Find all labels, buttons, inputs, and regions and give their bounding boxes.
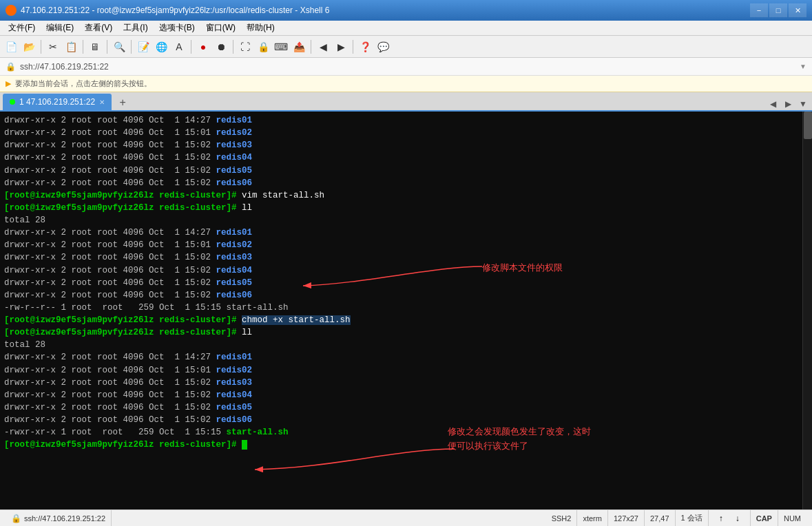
tab-session-1[interactable]: 1 47.106.219.251:22 ✕ — [3, 94, 112, 110]
terminal-line: drwxr-xr-x 2 root root 4096 Oct 1 15:01 … — [4, 364, 808, 377]
info-bar: ▶ 要添加当前会话，点击左侧的箭头按钮。 — [0, 76, 812, 92]
tab-bar: 1 47.106.219.251:22 ✕ + ◀ ▶ ▼ — [0, 92, 812, 112]
menu-help[interactable]: 帮助(H) — [241, 21, 280, 35]
status-cap-indicator: CAP — [751, 510, 778, 526]
terminal-line: [root@izwz9ef5sjam9pvfyiz26lz redis-clus… — [4, 326, 808, 339]
menu-bar: 文件(F) 编辑(E) 查看(V) 工具(I) 选项卡(B) 窗口(W) 帮助(… — [0, 21, 812, 36]
terminal-line: [root@izwz9ef5sjam9pvfyiz26lz redis-clus… — [4, 202, 808, 214]
tb-keyboard[interactable]: ⌨ — [273, 39, 289, 55]
terminal-line: drwxr-xr-x 2 root root 4096 Oct 1 14:27 … — [4, 227, 808, 239]
terminal-line: [root@izwz9ef5sjam9pvfyiz26lz redis-clus… — [4, 189, 808, 202]
terminal-line: [root@izwz9ef5sjam9pvfyiz26lz redis-clus… — [4, 314, 808, 326]
ssh-icon: 🔒 — [11, 514, 21, 523]
terminal-line: total 28 — [4, 339, 808, 351]
dimensions-text: 127x27 — [614, 514, 638, 523]
status-dimensions: 127x27 — [608, 510, 645, 526]
tb-compose[interactable]: 📝 — [135, 39, 152, 55]
protocol-text: SSH2 — [552, 514, 572, 523]
status-up-arrow[interactable]: ↑ — [714, 511, 728, 526]
menu-tab[interactable]: 选项卡(B) — [154, 21, 200, 35]
status-arrows: ↑ ↓ — [709, 510, 751, 526]
toolbar: 📄 📂 ✂ 📋 🖥 🔍 📝 🌐 A ● ⏺ ⛶ 🔒 ⌨ 📤 ◀ ▶ ❓ 💬 — [0, 36, 812, 58]
terminal-line: drwxr-xr-x 2 root root 4096 Oct 1 15:02 … — [4, 165, 808, 177]
address-bar: 🔒 ssh://47.106.219.251:22 ▼ — [0, 58, 812, 76]
terminal-line: drwxr-xr-x 2 root root 4096 Oct 1 15:01 … — [4, 239, 808, 251]
maximize-button[interactable]: □ — [769, 3, 787, 17]
terminal-line: drwxr-xr-x 2 root root 4096 Oct 1 15:02 … — [4, 251, 808, 264]
info-icon: ▶ — [6, 79, 11, 88]
lock-icon: 🔒 — [6, 62, 16, 72]
terminal-line: drwxr-xr-x 2 root root 4096 Oct 1 15:02 … — [4, 277, 808, 289]
window-title: 47.106.219.251:22 - root@izwz9ef5sjam9pv… — [21, 6, 750, 15]
terminal-line: [root@izwz9ef5sjam9pvfyiz26lz redis-clus… — [4, 439, 808, 451]
status-down-arrow[interactable]: ↓ — [731, 511, 745, 526]
sessions-text: 1 会话 — [681, 513, 702, 523]
terminal[interactable]: drwxr-xr-x 2 root root 4096 Oct 1 14:27 … — [0, 112, 812, 509]
title-bar: 47.106.219.251:22 - root@izwz9ef5sjam9pv… — [0, 0, 812, 21]
terminal-line: drwxr-xr-x 2 root root 4096 Oct 1 15:02 … — [4, 414, 808, 426]
position-text: 27,47 — [650, 514, 669, 523]
menu-file[interactable]: 文件(F) — [3, 21, 41, 35]
tb-cut[interactable]: ✂ — [45, 39, 61, 55]
status-bar: 🔒 ssh://47.106.219.251:22 SSH2 xterm 127… — [0, 509, 812, 526]
status-sessions: 1 会话 — [676, 510, 709, 526]
cap-text: CAP — [756, 514, 772, 523]
status-ssh-info: 🔒 ssh://47.106.219.251:22 — [6, 510, 112, 526]
terminal-line: drwxr-xr-x 2 root root 4096 Oct 1 15:02 … — [4, 401, 808, 414]
scroll-thumb[interactable] — [804, 112, 812, 139]
terminal-line: drwxr-xr-x 2 root root 4096 Oct 1 14:27 … — [4, 114, 808, 127]
tab-status-dot — [10, 99, 15, 105]
terminal-line: drwxr-xr-x 2 root root 4096 Oct 1 15:02 … — [4, 389, 808, 401]
status-position: 27,47 — [645, 510, 676, 526]
menu-edit[interactable]: 编辑(E) — [41, 21, 79, 35]
tab-label: 1 47.106.219.251:22 — [19, 97, 95, 107]
tb-new-session[interactable]: 📄 — [3, 39, 19, 55]
tb-font[interactable]: A — [171, 39, 187, 55]
address-dropdown-icon[interactable]: ▼ — [800, 63, 806, 70]
status-num-indicator: NUM — [778, 510, 806, 526]
tb-transfer[interactable]: 📤 — [291, 39, 307, 55]
tab-close-icon[interactable]: ✕ — [99, 98, 105, 106]
terminal-line: drwxr-xr-x 2 root root 4096 Oct 1 15:01 … — [4, 127, 808, 139]
tb-expand[interactable]: ⛶ — [237, 39, 253, 55]
tb-arrow-l[interactable]: ◀ — [315, 39, 331, 55]
terminal-scrollbar[interactable] — [802, 112, 812, 509]
menu-view[interactable]: 查看(V) — [79, 21, 118, 35]
tb-find[interactable]: 🔍 — [111, 39, 127, 55]
terminal-line: drwxr-xr-x 2 root root 4096 Oct 1 15:02 … — [4, 377, 808, 389]
window-controls: − □ ✕ — [750, 3, 806, 17]
tb-red[interactable]: ● — [195, 39, 211, 55]
terminal-line: -rw-r--r-- 1 root root 259 Oct 1 15:15 s… — [4, 302, 808, 314]
tb-help[interactable]: ❓ — [357, 39, 373, 55]
terminal-line: drwxr-xr-x 2 root root 4096 Oct 1 15:02 … — [4, 264, 808, 277]
terminal-line: drwxr-xr-x 2 root root 4096 Oct 1 15:02 … — [4, 289, 808, 302]
tb-open[interactable]: 📂 — [21, 39, 37, 55]
tb-arrow-r[interactable]: ▶ — [333, 39, 349, 55]
tb-lock[interactable]: 🔒 — [255, 39, 271, 55]
tb-record[interactable]: ⏺ — [213, 39, 229, 55]
tb-globe[interactable]: 🌐 — [153, 39, 169, 55]
terminal-line: drwxr-xr-x 2 root root 4096 Oct 1 15:02 … — [4, 177, 808, 189]
menu-window[interactable]: 窗口(W) — [200, 21, 241, 35]
tb-chat[interactable]: 💬 — [375, 39, 391, 55]
tab-next-button[interactable]: ▶ — [782, 98, 794, 110]
terminal-line: drwxr-xr-x 2 root root 4096 Oct 1 15:02 … — [4, 139, 808, 151]
tab-nav-controls: ◀ ▶ ▼ — [767, 98, 809, 110]
tb-copy[interactable]: 📋 — [63, 39, 79, 55]
new-tab-button[interactable]: + — [114, 95, 131, 110]
status-encoding: xterm — [577, 510, 608, 526]
tab-menu-button[interactable]: ▼ — [797, 98, 809, 110]
terminal-line: drwxr-xr-x 2 root root 4096 Oct 1 14:27 … — [4, 351, 808, 364]
app-icon — [6, 5, 17, 16]
num-text: NUM — [784, 514, 801, 523]
tb-screen[interactable]: 🖥 — [87, 39, 103, 55]
minimize-button[interactable]: − — [750, 3, 768, 17]
terminal-line: total 28 — [4, 214, 808, 227]
info-text: 要添加当前会话，点击左侧的箭头按钮。 — [15, 78, 152, 89]
status-address: ssh://47.106.219.251:22 — [24, 514, 105, 523]
close-button[interactable]: ✕ — [789, 3, 806, 17]
terminal-content: drwxr-xr-x 2 root root 4096 Oct 1 14:27 … — [4, 114, 808, 451]
menu-tools[interactable]: 工具(I) — [118, 21, 153, 35]
tab-prev-button[interactable]: ◀ — [767, 98, 779, 110]
terminal-line: -rwxr-xr-x 1 root root 259 Oct 1 15:15 s… — [4, 426, 808, 439]
